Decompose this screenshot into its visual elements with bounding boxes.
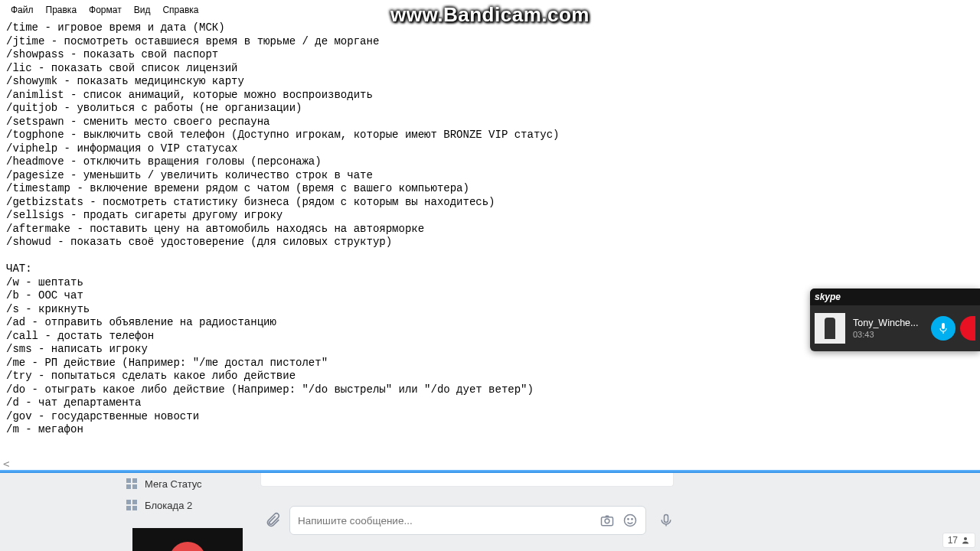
text-line: /showud - показать своё удостоверение (д… [6,236,974,249]
person-icon [961,536,970,545]
skype-avatar [815,313,845,344]
text-line: /headmove - отключить вращения головы (п… [6,155,974,169]
text-line: /w - шептать [6,276,974,290]
text-line: /getbizstats - посмотреть статистику биз… [6,196,974,210]
menu-help[interactable]: Справка [156,2,204,18]
vk-chat-panel [260,473,674,536]
menu-edit[interactable]: Правка [40,2,83,18]
text-line: /animlist - список анимаций, которые мож… [6,89,974,103]
skype-mute-button[interactable] [931,316,956,341]
vk-sidebar: Мега Статус Блокада 2 [126,473,249,516]
text-line: /jtime - посмотреть оставшиеся время в т… [6,35,974,49]
voice-message-icon[interactable] [658,513,674,528]
text-line: /setspawn - сменить место своего респаун… [6,116,974,129]
scroll-left-arrow[interactable]: < [3,458,9,470]
skype-contact-name: Tony_Winche... [853,318,928,328]
skype-logo: skype [815,292,841,302]
message-input[interactable] [298,515,592,527]
menubar: Файл Правка Формат Вид Справка [0,0,980,20]
text-line: /m - мегафон [6,423,974,437]
skype-call-duration: 03:43 [853,330,928,339]
vk-online-badge[interactable]: 17 [942,533,975,548]
svg-point-4 [628,519,629,520]
text-line: /gov - государственные новости [6,410,974,424]
vk-sidebar-item[interactable]: Блокада 2 [126,494,249,516]
vk-compose-row [260,505,674,536]
notepad-window: Файл Правка Формат Вид Справка /time - и… [0,0,980,471]
svg-point-2 [605,519,609,523]
app-grid-icon [126,478,137,489]
text-line [6,249,974,263]
attach-icon[interactable] [263,511,282,530]
text-line: /showymk - показать медицинскую карту [6,75,974,89]
vk-sidebar-cover[interactable] [132,528,243,551]
text-line: ЧАТ: [6,262,974,276]
text-line: /d - чат департамента [6,396,974,410]
text-area[interactable]: /time - игровое время и дата (МСК)/jtime… [0,20,980,439]
svg-rect-0 [942,323,945,329]
text-line: /do - отыграть какое либо действие (Напр… [6,383,974,397]
vk-card-bottom [260,473,674,487]
text-line: /showpass - показать свой паспорт [6,48,974,62]
svg-point-5 [632,519,632,520]
text-line: /togphone - выключить свой телефон (Дост… [6,129,974,142]
vk-sidebar-label: Мега Статус [145,478,202,490]
camera-icon[interactable] [599,513,615,528]
vk-background: Мега Статус Блокада 2 [0,473,980,551]
text-line: /time - игровое время и дата (МСК) [6,21,974,35]
text-line: /try - попытаться сделать какое либо дей… [6,370,974,383]
text-line: /me - РП действие (Например: "/me достал… [6,357,974,370]
vk-sidebar-item[interactable]: Мега Статус [126,473,249,494]
skype-titlebar[interactable]: skype [810,289,980,305]
text-line: /quitjob - уволиться с работы (не органи… [6,102,974,116]
svg-point-7 [964,537,967,540]
text-line: /sellsigs - продать сигареты другому игр… [6,209,974,223]
emoji-icon[interactable] [622,513,638,528]
text-line: /aftermake - поставить цену на автомобил… [6,223,974,236]
text-line: /timestamp - включение времени рядом с ч… [6,182,974,196]
skype-call-overlay[interactable]: skype Tony_Winche... 03:43 [810,289,980,351]
text-line: /pagesize - уменьшить / увеличить количе… [6,169,974,183]
svg-point-3 [625,515,636,527]
menu-view[interactable]: Вид [128,2,157,18]
vk-sidebar-label: Блокада 2 [145,500,192,511]
online-count: 17 [948,535,958,546]
svg-rect-6 [665,515,668,523]
vk-input-container[interactable] [289,506,646,535]
menu-format[interactable]: Формат [83,2,128,18]
menu-file[interactable]: Файл [5,2,40,18]
text-line: /lic - показать свой список лицензий [6,62,974,76]
text-line: /viphelp - информация о VIP статусах [6,142,974,156]
skype-hangup-button[interactable] [960,316,975,341]
app-grid-icon [126,500,137,510]
